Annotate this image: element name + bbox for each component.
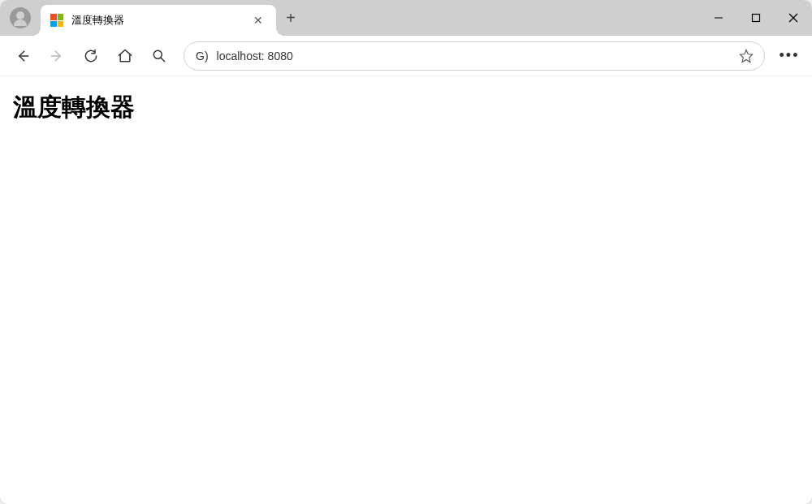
home-icon [117, 48, 133, 64]
tab-title: 溫度轉換器 [71, 13, 240, 28]
titlebar: 溫度轉換器 ✕ + [0, 0, 812, 36]
search-button[interactable] [143, 40, 175, 72]
minimize-icon [714, 13, 723, 23]
address-url: localhost: 8080 [217, 50, 728, 62]
dots-icon: ••• [780, 47, 800, 64]
svg-marker-8 [741, 50, 753, 62]
arrow-left-icon [15, 48, 31, 64]
favicon-microsoft-icon [50, 14, 63, 27]
svg-rect-1 [753, 15, 760, 22]
forward-button[interactable] [41, 40, 73, 72]
browser-tab[interactable]: 溫度轉換器 ✕ [41, 5, 276, 36]
maximize-button[interactable] [737, 0, 775, 36]
profile-avatar-icon [10, 7, 31, 28]
address-prefix: G) [196, 50, 209, 62]
close-window-button[interactable] [775, 0, 812, 36]
home-button[interactable] [109, 40, 141, 72]
more-menu-button[interactable]: ••• [773, 47, 806, 64]
address-bar[interactable]: G) localhost: 8080 [184, 41, 765, 71]
window-controls [700, 0, 812, 36]
toolbar: G) localhost: 8080 ••• [0, 36, 812, 76]
browser-window: 溫度轉換器 ✕ + [0, 0, 812, 504]
close-icon [788, 13, 798, 23]
page-content: 溫度轉換器 [0, 76, 812, 504]
back-button[interactable] [6, 40, 39, 72]
page-heading: 溫度轉換器 [13, 91, 799, 124]
reload-icon [83, 48, 99, 64]
svg-line-7 [162, 58, 165, 61]
arrow-right-icon [49, 48, 65, 64]
favorite-button[interactable] [736, 49, 756, 63]
minimize-button[interactable] [700, 0, 737, 36]
close-icon: ✕ [253, 15, 263, 26]
svg-point-6 [153, 50, 162, 58]
reload-button[interactable] [75, 40, 107, 72]
maximize-icon [751, 13, 761, 23]
star-icon [739, 49, 754, 63]
tab-close-button[interactable]: ✕ [248, 11, 268, 30]
plus-icon: + [286, 9, 296, 28]
search-icon [151, 48, 167, 64]
